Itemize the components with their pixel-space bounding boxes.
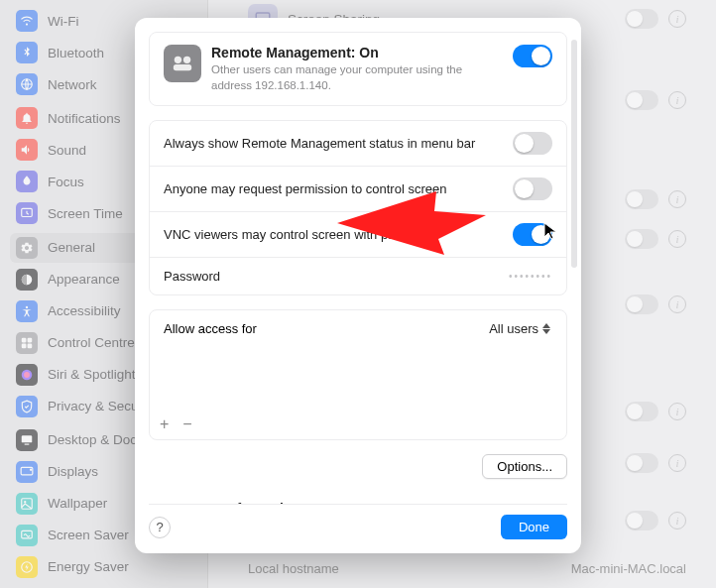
row-label-permission: Anyone may request permission to control… — [164, 181, 446, 196]
vnc-password-toggle[interactable] — [513, 223, 552, 246]
info-icon[interactable]: i — [668, 295, 686, 313]
svg-rect-4 — [22, 337, 27, 342]
toggle[interactable] — [625, 90, 658, 110]
svg-rect-11 — [25, 443, 30, 444]
toggle[interactable] — [625, 294, 658, 314]
svg-point-13 — [30, 468, 32, 470]
done-button[interactable]: Done — [501, 515, 567, 539]
screentime-icon — [16, 202, 38, 224]
scrollbar[interactable] — [571, 40, 577, 268]
remove-user-button[interactable]: − — [182, 415, 191, 433]
svg-rect-5 — [28, 337, 33, 342]
gear-icon — [16, 237, 38, 259]
controlcenter-icon — [16, 332, 38, 354]
info-icon[interactable]: i — [668, 10, 686, 28]
toggle[interactable] — [625, 511, 658, 530]
info-icon[interactable]: i — [668, 91, 686, 109]
siri-icon — [16, 364, 38, 386]
svg-rect-14 — [22, 499, 33, 510]
allow-access-label: Allow access for — [164, 321, 257, 336]
svg-point-20 — [175, 57, 181, 63]
toggle[interactable] — [625, 229, 658, 249]
add-user-button[interactable]: + — [160, 415, 169, 433]
chevron-updown-icon — [542, 323, 552, 334]
options-button[interactable]: Options... — [482, 454, 567, 479]
modal-title: Remote Management: On — [211, 45, 503, 60]
menubar-status-toggle[interactable] — [513, 132, 552, 155]
svg-point-8 — [22, 369, 33, 380]
modal-subtitle: Other users can manage your computer usi… — [211, 62, 503, 93]
remote-management-modal: Remote Management: On Other users can ma… — [135, 18, 581, 553]
toggle[interactable] — [625, 9, 658, 29]
allow-access-select[interactable]: All users — [489, 321, 552, 336]
remote-management-toggle[interactable] — [513, 45, 552, 67]
focus-icon — [16, 171, 38, 192]
energy-icon — [16, 556, 38, 578]
info-icon[interactable]: i — [668, 403, 686, 420]
svg-point-21 — [183, 57, 190, 63]
anyone-permission-toggle[interactable] — [513, 177, 552, 200]
sound-icon — [16, 139, 38, 161]
info-icon[interactable]: i — [668, 512, 686, 529]
svg-point-17 — [22, 562, 33, 573]
local-hostname-value: Mac-mini-MAC.local — [571, 561, 686, 576]
wifi-icon — [16, 10, 38, 32]
svg-rect-16 — [22, 530, 33, 538]
svg-point-0 — [22, 79, 33, 90]
row-label-menubar: Always show Remote Management status in … — [164, 136, 475, 151]
svg-point-2 — [22, 274, 33, 285]
info-icon[interactable]: i — [668, 454, 686, 472]
svg-rect-22 — [174, 64, 191, 70]
section-title: Computer Information — [149, 493, 567, 504]
accessibility-icon — [16, 300, 38, 322]
toggle[interactable] — [625, 453, 658, 473]
network-icon — [16, 73, 38, 95]
toggle[interactable] — [625, 402, 658, 421]
help-button[interactable]: ? — [149, 517, 171, 538]
info-icon[interactable]: i — [668, 190, 686, 208]
bluetooth-icon — [16, 42, 38, 63]
bell-icon — [16, 107, 38, 129]
screensaver-icon — [16, 525, 38, 546]
svg-point-15 — [24, 501, 26, 503]
svg-rect-12 — [21, 467, 33, 475]
row-label-vnc: VNC viewers may control screen with pass… — [164, 227, 436, 242]
svg-point-9 — [24, 372, 30, 378]
password-field[interactable]: •••••••• — [509, 271, 552, 282]
wallpaper-icon — [16, 493, 38, 515]
sidebar-item-energy-saver[interactable]: Energy Saver — [10, 552, 197, 582]
appearance-icon — [16, 269, 38, 291]
svg-rect-6 — [22, 343, 27, 348]
info-icon[interactable]: i — [668, 230, 686, 248]
svg-rect-7 — [28, 343, 33, 348]
svg-rect-10 — [22, 435, 33, 442]
svg-point-3 — [26, 305, 28, 307]
local-hostname-label: Local hostname — [248, 561, 339, 576]
password-label: Password — [164, 269, 220, 284]
toggle[interactable] — [625, 189, 658, 209]
svg-rect-1 — [22, 209, 33, 217]
remote-management-icon — [164, 45, 201, 82]
privacy-icon — [16, 396, 38, 417]
desktop-icon — [16, 429, 38, 451]
displays-icon — [16, 461, 38, 483]
